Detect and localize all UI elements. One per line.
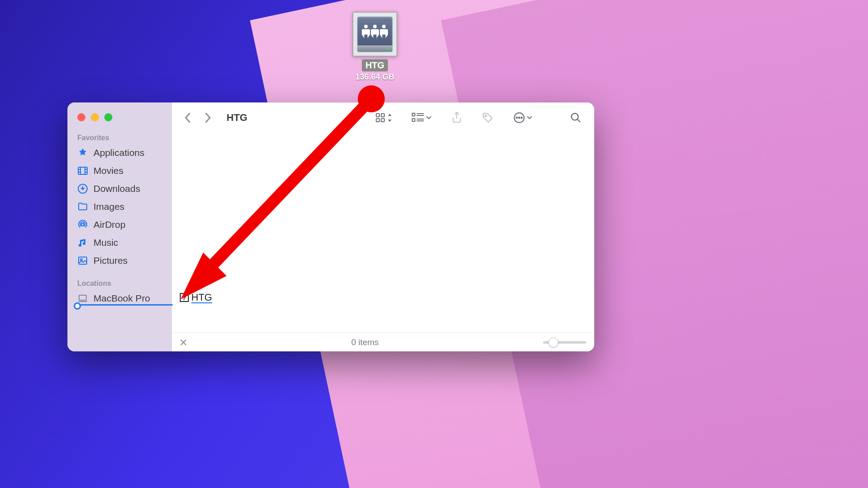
sidebar-item-label: Movies bbox=[93, 165, 124, 176]
action-menu-button[interactable] bbox=[513, 112, 532, 124]
window-controls bbox=[67, 111, 171, 131]
svg-point-15 bbox=[519, 117, 520, 119]
svg-point-2 bbox=[81, 223, 84, 226]
sidebar-item-label: MacBook Pro bbox=[93, 293, 150, 304]
updown-icon bbox=[387, 114, 392, 122]
tags-button[interactable] bbox=[482, 112, 494, 124]
search-button[interactable] bbox=[570, 112, 582, 124]
sidebar-item-downloads[interactable]: Downloads bbox=[67, 180, 171, 198]
chevron-down-icon bbox=[426, 116, 432, 120]
svg-rect-10 bbox=[412, 113, 415, 116]
network-drive-icon bbox=[352, 12, 397, 57]
finder-title: HTG bbox=[227, 112, 247, 124]
music-icon bbox=[77, 237, 88, 248]
group-by-button[interactable] bbox=[412, 113, 432, 123]
airdrop-icon bbox=[77, 219, 88, 230]
sidebar-item-images[interactable]: Images bbox=[67, 198, 171, 216]
chevron-down-icon bbox=[527, 116, 532, 120]
maximize-window-button[interactable] bbox=[104, 113, 112, 121]
finder-content-area[interactable] bbox=[172, 133, 594, 333]
sidebar-item-label: AirDrop bbox=[93, 219, 125, 230]
close-window-button[interactable] bbox=[77, 113, 85, 121]
applications-icon bbox=[77, 147, 88, 158]
sidebar-drop-indicator: ? HTG bbox=[76, 304, 173, 306]
downloads-icon bbox=[77, 183, 88, 194]
desktop-drive-name: HTG bbox=[362, 59, 388, 71]
unknown-file-icon: ? bbox=[180, 293, 189, 302]
sidebar-item-label: Images bbox=[93, 201, 125, 212]
view-icon-button[interactable] bbox=[375, 112, 392, 123]
back-button[interactable] bbox=[184, 112, 191, 123]
svg-rect-7 bbox=[381, 114, 384, 117]
sidebar-section-favorites: Favorites bbox=[67, 131, 171, 144]
finder-toolbar: HTG bbox=[172, 102, 594, 133]
finder-statusbar: 0 items bbox=[172, 333, 594, 351]
svg-rect-0 bbox=[78, 167, 87, 174]
drag-proxy-label: HTG bbox=[191, 292, 212, 303]
status-item-count: 0 items bbox=[351, 337, 378, 347]
minimize-window-button[interactable] bbox=[91, 113, 99, 121]
svg-point-16 bbox=[521, 117, 522, 119]
svg-point-17 bbox=[571, 113, 578, 120]
sidebar-item-applications[interactable]: Applications bbox=[67, 144, 171, 162]
finder-sidebar: Favorites Applications Movies Downloads … bbox=[67, 102, 172, 351]
sidebar-item-airdrop[interactable]: AirDrop bbox=[67, 216, 171, 234]
drag-proxy: ? HTG bbox=[180, 292, 212, 303]
sidebar-item-label: Pictures bbox=[93, 255, 128, 266]
svg-point-12 bbox=[485, 115, 486, 116]
forward-button[interactable] bbox=[204, 112, 211, 123]
desktop-network-drive[interactable]: HTG 136.64 GB bbox=[352, 12, 397, 82]
finder-window: Favorites Applications Movies Downloads … bbox=[67, 102, 594, 351]
svg-rect-9 bbox=[381, 119, 384, 122]
folder-icon bbox=[77, 201, 88, 212]
svg-rect-8 bbox=[376, 119, 379, 122]
sidebar-item-label: Downloads bbox=[93, 183, 140, 194]
laptop-icon bbox=[77, 293, 88, 304]
icon-size-slider[interactable] bbox=[543, 341, 586, 344]
svg-rect-6 bbox=[376, 114, 379, 117]
svg-rect-11 bbox=[412, 119, 415, 121]
sidebar-item-label: Music bbox=[93, 237, 118, 248]
sidebar-item-pictures[interactable]: Pictures bbox=[67, 252, 171, 270]
svg-point-14 bbox=[516, 117, 517, 119]
svg-point-4 bbox=[80, 259, 82, 261]
sidebar-item-music[interactable]: Music bbox=[67, 234, 171, 252]
sidebar-section-locations: Locations bbox=[67, 277, 171, 289]
sidebar-item-movies[interactable]: Movies bbox=[67, 162, 171, 180]
desktop-drive-size: 136.64 GB bbox=[352, 72, 397, 82]
pictures-icon bbox=[77, 255, 88, 266]
share-button[interactable] bbox=[451, 111, 462, 124]
svg-rect-5 bbox=[79, 295, 86, 300]
movies-icon bbox=[77, 165, 88, 176]
sidebar-item-label: Applications bbox=[93, 147, 144, 158]
path-bar-close-button[interactable] bbox=[180, 339, 187, 346]
